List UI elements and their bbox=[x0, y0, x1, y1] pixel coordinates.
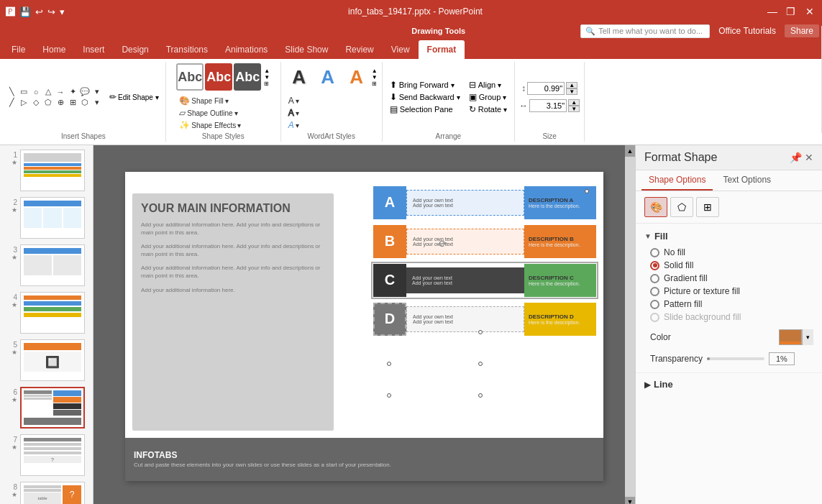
shape-fill-btn[interactable]: 🎨Shape Fill ▾ bbox=[176, 95, 244, 106]
shape-s7[interactable]: ⊞ bbox=[67, 98, 78, 108]
shape-star[interactable]: ✦ bbox=[67, 87, 78, 97]
info-tab-b[interactable]: B Add your own textAdd your own text ⟳ D… bbox=[373, 225, 596, 258]
width-spin[interactable]: ▲ ▼ bbox=[568, 99, 580, 112]
text-outline-btn[interactable]: A▾ bbox=[286, 107, 309, 119]
height-down[interactable]: ▼ bbox=[566, 88, 577, 95]
tab-animations[interactable]: Animations bbox=[216, 40, 276, 59]
width-up[interactable]: ▲ bbox=[568, 99, 580, 106]
wordart-3[interactable]: A bbox=[343, 63, 370, 91]
scroll-down-btn[interactable]: ▼ bbox=[625, 497, 635, 504]
tab-transitions[interactable]: Transitions bbox=[157, 40, 216, 59]
shape-style-1[interactable]: Abc bbox=[176, 63, 204, 91]
tab-home[interactable]: Home bbox=[34, 40, 74, 59]
shape-styles-more[interactable]: ⊞ bbox=[264, 81, 270, 87]
rotate-btn[interactable]: ↻ Rotate ▾ bbox=[466, 104, 510, 115]
bring-forward-btn[interactable]: ⬆ Bring Forward ▾ bbox=[387, 79, 463, 91]
minimize-button[interactable]: — bbox=[766, 5, 779, 18]
width-down[interactable]: ▼ bbox=[568, 106, 580, 112]
info-tab-a[interactable]: A Add your own textAdd your own text DES… bbox=[373, 186, 596, 219]
panel-pin-button[interactable]: 📌 bbox=[790, 152, 802, 163]
shape-style-3[interactable]: Abc bbox=[234, 63, 261, 91]
shape-expand[interactable]: ▾ bbox=[91, 98, 103, 108]
transparency-value[interactable]: 1% bbox=[769, 352, 795, 365]
wordart-more[interactable]: ⊞ bbox=[372, 81, 378, 87]
panel-icon-size[interactable]: ⊞ bbox=[696, 197, 719, 217]
color-swatch[interactable] bbox=[779, 329, 802, 345]
shape-arrow[interactable]: → bbox=[55, 87, 66, 97]
undo-button[interactable]: ↩ bbox=[35, 6, 43, 17]
shape-s8[interactable]: ⬡ bbox=[79, 98, 91, 108]
shape-effects-btn[interactable]: ✨ Shape Effects ▾ bbox=[176, 119, 244, 131]
wordart-down[interactable]: ▼ bbox=[372, 74, 378, 81]
wordart-up[interactable]: ▲ bbox=[372, 68, 378, 74]
close-button[interactable]: ✕ bbox=[803, 5, 816, 18]
radio-pattern-fill[interactable]: Pattern fill bbox=[650, 299, 813, 309]
color-dropdown-btn[interactable]: ▾ bbox=[802, 329, 813, 345]
edit-shape-btn[interactable]: ✏Edit Shape ▾ bbox=[107, 91, 161, 103]
align-btn[interactable]: ⊟ Align ▾ bbox=[466, 79, 510, 91]
width-input[interactable] bbox=[529, 99, 567, 112]
shape-s6[interactable]: ⊕ bbox=[55, 98, 66, 108]
text-fill-btn[interactable]: A▾ bbox=[286, 95, 309, 106]
group-btn[interactable]: ▣ Group ▾ bbox=[466, 91, 510, 103]
panel-icon-paint[interactable]: 🎨 bbox=[644, 197, 667, 217]
shape-rect[interactable]: ▭ bbox=[18, 87, 29, 97]
transparency-slider[interactable] bbox=[707, 357, 764, 360]
shape-outline-btn[interactable]: ▱Shape Outline ▾ bbox=[176, 107, 244, 119]
tab-design[interactable]: Design bbox=[113, 40, 157, 59]
fill-section-header[interactable]: ▼ Fill bbox=[644, 228, 813, 244]
shape-more[interactable]: ▾ bbox=[91, 87, 103, 97]
slide-thumb-7[interactable]: 7 ★ ? bbox=[3, 433, 90, 477]
height-spin[interactable]: ▲ ▼ bbox=[566, 82, 577, 95]
info-tab-c[interactable]: C Add your own textAdd your own text DES… bbox=[373, 264, 596, 297]
slide-thumb-2[interactable]: 2 ★ bbox=[3, 196, 90, 240]
redo-button[interactable]: ↪ bbox=[47, 6, 55, 17]
tab-insert[interactable]: Insert bbox=[74, 40, 113, 59]
shape-styles-up[interactable]: ▲ bbox=[264, 68, 270, 74]
shape-s3[interactable]: ▷ bbox=[18, 98, 29, 108]
shape-s2[interactable]: ╱ bbox=[6, 98, 17, 108]
slide-thumb-1[interactable]: 1 ★ bbox=[3, 148, 90, 193]
text-effects-btn[interactable]: A▾ bbox=[286, 119, 309, 131]
shape-callout[interactable]: 💬 bbox=[79, 87, 91, 97]
selection-pane-btn[interactable]: ▤ Selection Pane bbox=[387, 104, 463, 115]
slide-thumb-3[interactable]: 3 ★ bbox=[3, 243, 90, 288]
height-up[interactable]: ▲ bbox=[566, 82, 577, 88]
wordart-1[interactable]: A bbox=[286, 63, 313, 91]
slide-thumb-6[interactable]: 6 ★ bbox=[3, 385, 90, 430]
radio-gradient-fill[interactable]: Gradient fill bbox=[650, 273, 813, 283]
shape-tri[interactable]: △ bbox=[42, 87, 54, 97]
share-button[interactable]: Share bbox=[785, 24, 819, 37]
tab-review[interactable]: Review bbox=[337, 40, 382, 59]
slide-canvas[interactable]: YOUR MAIN INFORMATION Add your additiona… bbox=[125, 172, 603, 481]
shape-line[interactable]: ╲ bbox=[6, 87, 17, 97]
office-tutorials-button[interactable]: Office Tutorials bbox=[718, 26, 776, 36]
line-section-header[interactable]: ▶ Line bbox=[644, 376, 813, 393]
slide-thumb-5[interactable]: 5 ★ 🔲 bbox=[3, 338, 90, 382]
panel-icon-shape[interactable]: ⬠ bbox=[670, 197, 693, 217]
send-backward-btn[interactable]: ⬇ Send Backward ▾ bbox=[387, 91, 463, 103]
shape-style-2[interactable]: Abc bbox=[205, 63, 232, 91]
save-button[interactable]: 💾 bbox=[19, 6, 31, 17]
radio-no-fill[interactable]: No fill bbox=[650, 247, 813, 257]
scroll-up-btn[interactable]: ▲ bbox=[625, 145, 635, 157]
slide-thumb-4[interactable]: 4 ★ bbox=[3, 290, 90, 335]
panel-tab-shape-options[interactable]: Shape Options bbox=[641, 170, 713, 191]
wordart-2[interactable]: A bbox=[314, 63, 342, 91]
shape-circle[interactable]: ○ bbox=[30, 87, 42, 97]
slide-thumb-8[interactable]: 8 ★ table ? bbox=[3, 480, 90, 504]
color-picker-btn[interactable]: ▾ bbox=[779, 329, 813, 345]
tab-view[interactable]: View bbox=[383, 40, 419, 59]
customize-qat-button[interactable]: ▾ bbox=[60, 6, 65, 17]
info-tab-d[interactable]: D Add your own textAdd your own text DES… bbox=[373, 303, 596, 336]
restore-button[interactable]: ❐ bbox=[785, 5, 798, 18]
panel-close-button[interactable]: ✕ bbox=[805, 152, 813, 163]
vertical-scrollbar[interactable]: ▲ ▼ bbox=[625, 145, 635, 504]
tab-slide-show[interactable]: Slide Show bbox=[276, 40, 337, 59]
shape-s4[interactable]: ◇ bbox=[30, 98, 42, 108]
radio-slide-bg-fill[interactable]: Slide background fill bbox=[650, 312, 813, 322]
tab-file[interactable]: File bbox=[3, 40, 34, 59]
help-search[interactable]: 🔍 Tell me what you want to do... bbox=[580, 24, 710, 38]
radio-solid-fill[interactable]: Solid fill bbox=[650, 260, 813, 270]
tab-format[interactable]: Format bbox=[419, 40, 465, 59]
